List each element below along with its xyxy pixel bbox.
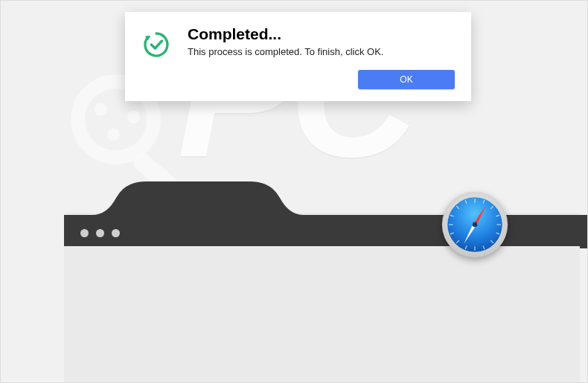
window-minimize-button[interactable] bbox=[96, 229, 104, 237]
browser-content-area bbox=[64, 246, 580, 383]
svg-point-4 bbox=[95, 103, 107, 116]
checkmark-refresh-icon bbox=[141, 30, 171, 59]
window-traffic-lights[interactable] bbox=[80, 229, 120, 237]
svg-point-2 bbox=[127, 111, 140, 123]
dialog-message: This process is completed. To finish, cl… bbox=[188, 46, 455, 57]
svg-point-25 bbox=[473, 222, 477, 227]
window-close-button[interactable] bbox=[80, 229, 89, 237]
window-zoom-button[interactable] bbox=[112, 229, 120, 237]
completed-dialog: Completed... This process is completed. … bbox=[125, 12, 471, 101]
dialog-title: Completed... bbox=[188, 25, 455, 43]
svg-point-3 bbox=[107, 129, 120, 141]
safari-icon bbox=[441, 190, 509, 259]
ok-button[interactable]: OK bbox=[358, 70, 455, 89]
